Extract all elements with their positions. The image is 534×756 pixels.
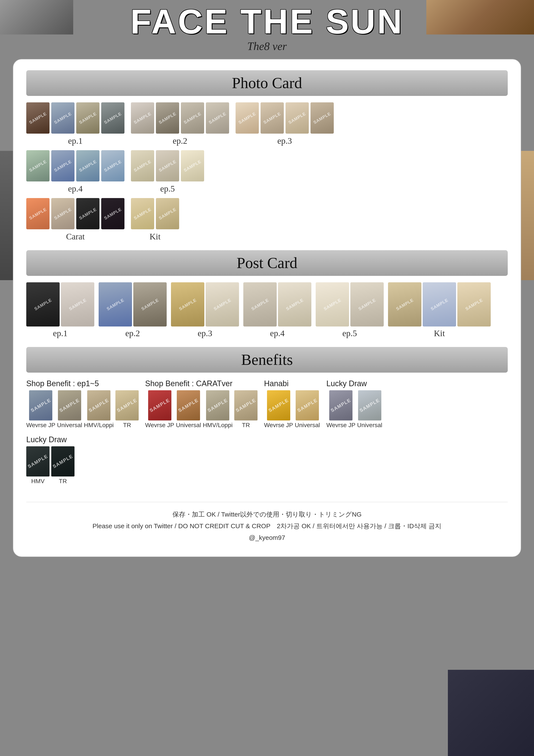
subtitle: The8 ver: [0, 40, 534, 53]
pkit-label: Kit: [434, 328, 445, 338]
kit-photo-2: [156, 198, 179, 229]
ep4-photo-4: [101, 150, 124, 181]
ep5-photo-2: [156, 150, 179, 181]
pep1-photo-1: [26, 282, 60, 327]
ep5-images: [131, 150, 204, 181]
kit-images: [131, 198, 179, 229]
pep1-images: [26, 282, 94, 327]
benefit-thumb-universal-1: [58, 390, 81, 420]
post-card-title: Post Card: [31, 254, 503, 272]
pkit-photo-1: [388, 282, 421, 327]
benefit-label-tr-ld: TR: [59, 478, 67, 485]
hanabi-title: Hanabi: [264, 379, 289, 388]
benefit-thumb-hmv-2: [206, 390, 229, 420]
ep5-photo-3: [181, 150, 204, 181]
post-card-section: Post Card ep.1 ep.2: [26, 250, 508, 338]
carat-photo-1: [26, 198, 50, 229]
carat-photo-3: [76, 198, 99, 229]
kit-group: Kit: [131, 198, 179, 242]
ep2-label: ep.2: [173, 136, 187, 146]
benefit-thumb-universal-2: [177, 390, 200, 420]
benefit-label-wevrsejp-2: Wevrse JP: [145, 422, 174, 429]
shop-benefit-ep1-group: Shop Benefit : ep1~5 Wevrse JP Universal…: [26, 379, 139, 429]
ep3-photo-4: [311, 102, 334, 134]
photo-card-header: Photo Card: [26, 70, 508, 96]
benefit-item-wevrsejp-1: Wevrse JP: [26, 390, 55, 429]
benefit-thumb-tr-1: [115, 390, 139, 420]
benefit-label-luckydraw-1: Wevrse JP: [326, 422, 355, 429]
pep3-group: ep.3: [171, 282, 239, 338]
kit-photo-1: [131, 198, 154, 229]
benefit-thumb-luckydraw-2: [358, 390, 381, 420]
pep2-images: [99, 282, 167, 327]
post-card-header: Post Card: [26, 250, 508, 276]
ep2-photo-4: [206, 102, 229, 134]
hanabi-items: Wevrse JP Universal: [264, 390, 320, 429]
pep4-photo-2: [278, 282, 311, 327]
ep2-photo-2: [156, 102, 179, 134]
carat-label: Carat: [66, 231, 85, 242]
ep5-group: ep.5: [131, 150, 204, 194]
benefit-thumb-wevrsejp-2: [148, 390, 171, 420]
benefit-item-tr-ld: TR: [51, 446, 74, 485]
ep4-photo-1: [26, 150, 50, 181]
ep5-photo-1: [131, 150, 154, 181]
pep2-label: ep.2: [125, 328, 140, 338]
benefit-label-hanabi-2: Universal: [295, 422, 320, 429]
ep1-photo-3: [76, 102, 99, 134]
pep2-photo-1: [99, 282, 132, 327]
benefit-item-luckydraw-1: Wevrse JP: [326, 390, 355, 429]
carat-photo-4: [101, 198, 124, 229]
benefit-label-universal-1: Universal: [57, 422, 82, 429]
pep5-images: [316, 282, 384, 327]
benefit-label-tr-2: TR: [242, 422, 250, 429]
title-area: FACE THE SUN The8 ver: [0, 0, 534, 55]
ep3-photo-2: [261, 102, 284, 134]
pep5-group: ep.5: [316, 282, 384, 338]
bg-bottom-right: [448, 670, 534, 756]
shop-benefit-ep1-items: Wevrse JP Universal HMV/Loppi TR: [26, 390, 139, 429]
benefit-thumb-tr-ld: [51, 446, 74, 476]
benefit-item-universal-1: Universal: [57, 390, 82, 429]
main-title: FACE THE SUN: [0, 4, 534, 39]
shop-benefit-carat-items: Wevrse JP Universal HMV/Loppi TR: [145, 390, 258, 429]
footer-line2: Please use it only on Twitter / DO NOT C…: [26, 520, 508, 532]
pep2-photo-2: [133, 282, 167, 327]
kit-label: Kit: [149, 231, 161, 242]
benefit-thumb-wevrsejp-1: [29, 390, 52, 420]
lucky-draw-2-items: HMV TR: [26, 446, 74, 485]
benefit-thumb-tr-2: [234, 390, 258, 420]
ep4-photo-3: [76, 150, 99, 181]
hanabi-group: Hanabi Wevrse JP Universal: [264, 379, 320, 429]
lucky-draw-1-group: Lucky Draw Wevrse JP Universal: [326, 379, 382, 429]
lucky-draw-1-title: Lucky Draw: [326, 379, 367, 388]
ep2-images: [131, 102, 229, 134]
pep3-photo-1: [171, 282, 204, 327]
photo-card-title: Photo Card: [31, 74, 503, 92]
pkit-photo-2: [423, 282, 456, 327]
pep3-label: ep.3: [198, 328, 212, 338]
photo-row-2: ep.4 ep.5: [26, 150, 508, 194]
lucky-draw-2-title: Lucky Draw: [26, 435, 67, 444]
benefit-item-hanabi-2: Universal: [295, 390, 320, 429]
shop-benefit-carat-title: Shop Benefit : CARATver: [145, 379, 233, 388]
photo-row-1: ep.1 ep.2 ep.3: [26, 102, 508, 146]
ep1-photo-1: [26, 102, 50, 134]
pep4-images: [243, 282, 311, 327]
photo-card-section: Photo Card ep.1 ep.2: [26, 70, 508, 242]
footer-note: 保存・加工 OK / Twitter以外での使用・切り取り・トリミングNG Pl…: [26, 502, 508, 544]
benefit-label-wevrsejp-1: Wevrse JP: [26, 422, 55, 429]
pep1-label: ep.1: [53, 328, 67, 338]
ep4-photo-2: [51, 150, 74, 181]
benefit-item-tr-1: TR: [115, 390, 139, 429]
benefit-item-tr-2: TR: [234, 390, 258, 429]
ep1-photo-4: [101, 102, 124, 134]
benefit-label-tr-1: TR: [123, 422, 131, 429]
carat-images: [26, 198, 124, 229]
ep1-photo-2: [51, 102, 74, 134]
ep1-group: ep.1: [26, 102, 124, 146]
carat-photo-2: [51, 198, 74, 229]
ep2-photo-3: [181, 102, 204, 134]
benefit-label-luckydraw-2: Universal: [357, 422, 382, 429]
benefit-label-universal-2: Universal: [176, 422, 201, 429]
